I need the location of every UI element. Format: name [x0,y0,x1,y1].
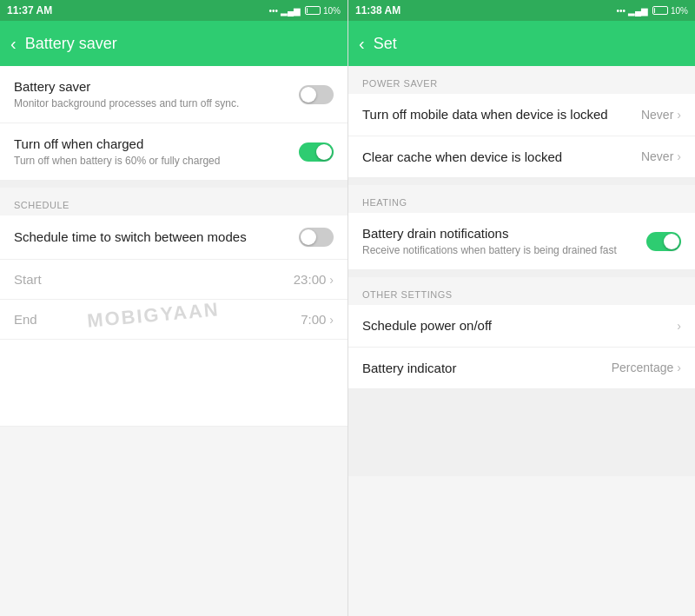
left-divider-1 [0,181,348,188]
mobile-data-text: Turn off mobile data when device is lock… [362,106,641,123]
left-content: Battery saver Monitor background process… [0,66,348,616]
turn-off-charged-toggle[interactable] [299,142,334,162]
schedule-toggle[interactable] [299,228,334,247]
battery-drain-item: Battery drain notifications Receive noti… [348,213,695,270]
battery-saver-toggle[interactable] [299,85,334,104]
left-status-icons: ••• ▂▄▆ 10% [268,6,341,16]
right-status-icons: ••• ▂▄▆ 10% [616,6,688,16]
battery-icon [305,6,321,15]
left-page-title: Battery saver [25,35,117,53]
signal-dots-icon: ••• [268,6,278,16]
right-back-button[interactable]: ‹ [359,34,365,54]
battery-indicator-item[interactable]: Battery indicator Percentage › [348,348,695,390]
schedule-section-label: SCHEDULE [0,188,348,215]
left-time: 11:37 AM [7,4,52,17]
battery-indicator-title: Battery indicator [362,360,612,377]
right-page-title: Set [374,35,397,53]
battery-saver-knob [301,87,316,103]
schedule-power-title: Schedule power on/off [362,317,677,334]
battery-indicator-text: Battery indicator [362,360,612,377]
mobile-data-item[interactable]: Turn off mobile data when device is lock… [348,94,695,136]
start-row[interactable]: Start 23:00 › [0,260,348,300]
heating-section-label: HEATING [348,185,695,213]
clear-cache-item[interactable]: Clear cache when device is locked Never … [348,136,695,179]
right-divider-2 [348,270,695,277]
schedule-text: Schedule time to switch between modes [14,229,299,246]
battery-saver-text: Battery saver Monitor background process… [14,78,299,110]
right-signal-dots-icon: ••• [616,6,626,16]
battery-indicator-value-group: Percentage › [612,361,681,374]
power-saver-label: POWER SAVER [348,66,695,94]
schedule-knob [301,229,316,245]
schedule-power-item[interactable]: Schedule power on/off › [348,305,695,348]
battery-drain-subtitle: Receive notifications when battery is be… [362,244,646,258]
mobile-data-chevron-icon: › [677,108,681,122]
mobile-data-title: Turn off mobile data when device is lock… [362,106,641,123]
right-top-bar: ‹ Set [348,21,695,66]
clear-cache-value-group: Never › [641,149,681,163]
clear-cache-text: Clear cache when device is locked [362,149,641,166]
schedule-power-chevron-icon: › [677,319,681,333]
right-battery-text: 10% [671,6,688,16]
mobile-data-value-group: Never › [641,108,681,122]
right-divider-3 [348,389,695,476]
end-label: End [14,312,37,327]
other-settings-label: OTHER SETTINGS [348,277,695,305]
right-divider-1 [348,178,695,185]
left-battery-text: 10% [323,6,341,16]
mobile-data-value: Never [641,108,673,122]
battery-saver-subtitle: Monitor background processes and turn of… [14,97,299,111]
start-chevron-icon: › [329,273,334,287]
right-signal-bars-icon: ▂▄▆ [628,6,648,16]
battery-saver-title: Battery saver [14,78,299,96]
left-panel: 11:37 AM ••• ▂▄▆ 10% ‹ Battery saver Bat… [0,0,348,616]
turn-off-charged-text: Turn off when charged Turn off when batt… [14,136,299,168]
right-time: 11:38 AM [355,4,400,17]
battery-indicator-value: Percentage [612,361,674,374]
start-label: Start [14,272,42,287]
battery-drain-toggle[interactable] [646,232,681,251]
turn-off-charged-knob [316,144,332,160]
battery-drain-text: Battery drain notifications Receive noti… [362,225,646,257]
turn-off-charged-subtitle: Turn off when battery is 60% or fully ch… [14,155,299,169]
end-value: 7:00 › [301,312,334,327]
right-status-bar: 11:38 AM ••• ▂▄▆ 10% [348,0,695,21]
turn-off-charged-item: Turn off when charged Turn off when batt… [0,123,348,181]
battery-indicator-chevron-icon: › [677,361,681,374]
battery-saver-item: Battery saver Monitor background process… [0,66,348,123]
turn-off-charged-title: Turn off when charged [14,136,299,153]
right-content: POWER SAVER Turn off mobile data when de… [348,66,695,616]
schedule-item: Schedule time to switch between modes [0,215,348,260]
schedule-power-text: Schedule power on/off [362,317,677,334]
end-chevron-icon: › [329,313,334,327]
left-back-button[interactable]: ‹ [10,34,17,54]
right-battery-icon [652,6,668,15]
left-top-bar: ‹ Battery saver [0,21,348,66]
left-empty-area [0,340,348,427]
clear-cache-value: Never [641,149,673,163]
clear-cache-chevron-icon: › [677,149,681,163]
signal-bars-icon: ▂▄▆ [281,6,301,16]
schedule-power-value-group: › [677,319,681,333]
left-status-bar: 11:37 AM ••• ▂▄▆ 10% [0,0,348,21]
battery-drain-knob [664,234,679,249]
start-value: 23:00 › [294,272,334,287]
battery-drain-title: Battery drain notifications [362,225,646,242]
schedule-title: Schedule time to switch between modes [14,229,299,246]
clear-cache-title: Clear cache when device is locked [362,149,641,166]
right-panel: 11:38 AM ••• ▂▄▆ 10% ‹ Set POWER SAVER T… [348,0,695,616]
end-row[interactable]: End 7:00 › [0,300,348,340]
